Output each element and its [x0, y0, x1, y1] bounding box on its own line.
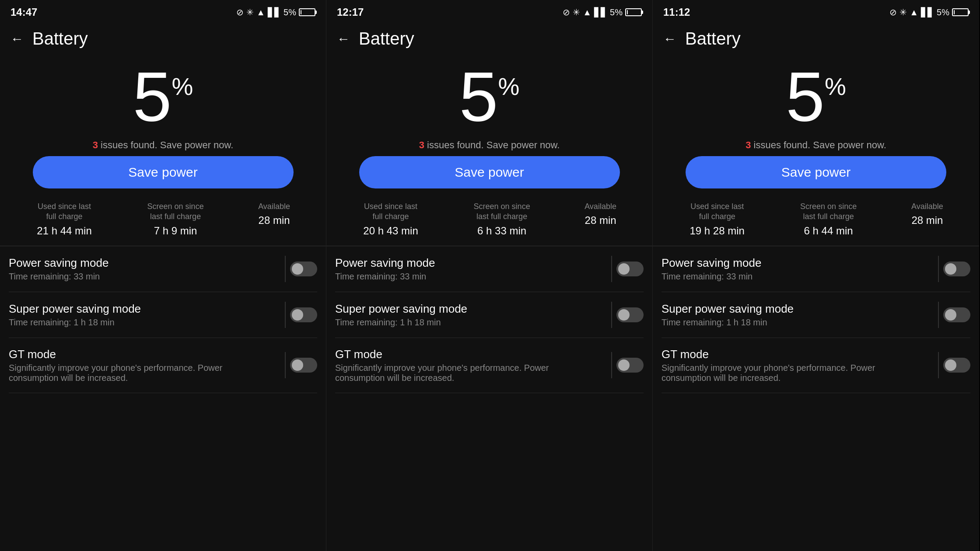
- battery-number-2: 5: [459, 62, 498, 132]
- stat-label-1-2: Screen on since last full charge: [147, 202, 204, 222]
- toggle-title-3-1: Power saving mode: [662, 256, 925, 270]
- toggle-row-2-3: GT mode Significantly improve your phone…: [335, 338, 644, 393]
- toggle-info-3-2: Super power saving mode Time remaining: …: [662, 302, 934, 328]
- status-bar-1: 14:47 ⊘ ✳ ▲ ▋▋ 5%: [0, 0, 326, 24]
- toggle-subtitle-3-3: Significantly improve your phone's perfo…: [662, 363, 925, 383]
- stat-value-2-2: 6 h 33 min: [477, 225, 526, 237]
- stat-item-3-3: Available 28 min: [911, 202, 943, 237]
- toggle-switch-1-3[interactable]: [290, 358, 317, 373]
- toggle-title-2-3: GT mode: [335, 348, 598, 361]
- toggle-info-2-1: Power saving mode Time remaining: 33 min: [335, 256, 607, 282]
- stat-label-1-3: Available: [258, 202, 290, 212]
- stats-row-1: Used since last full charge 21 h 44 min …: [0, 197, 326, 246]
- toggle-switch-2-3[interactable]: [616, 358, 644, 373]
- toggle-switch-3-1[interactable]: [943, 262, 970, 276]
- page-title-2: Battery: [359, 29, 414, 49]
- stat-item-1-3: Available 28 min: [258, 202, 290, 237]
- toggle-row-3-3: GT mode Significantly improve your phone…: [662, 338, 970, 393]
- battery-sign-2: %: [498, 75, 520, 99]
- stat-item-3-1: Used since last full charge 19 h 28 min: [689, 202, 746, 237]
- toggle-section-1: Power saving mode Time remaining: 33 min…: [0, 246, 326, 393]
- toggle-row-3-1: Power saving mode Time remaining: 33 min: [662, 246, 970, 292]
- stat-value-2-3: 28 min: [585, 214, 616, 227]
- toggle-subtitle-1-2: Time remaining: 1 h 18 min: [9, 317, 272, 328]
- toggle-info-1-3: GT mode Significantly improve your phone…: [9, 348, 280, 383]
- battery-percent-status: 5%: [284, 7, 296, 17]
- toggle-title-1-2: Super power saving mode: [9, 302, 272, 316]
- stats-row-2: Used since last full charge 20 h 43 min …: [326, 197, 652, 246]
- battery-percent-section-1: 5 %: [0, 53, 326, 136]
- battery-icon: [952, 8, 969, 16]
- header-1: ← Battery: [0, 24, 326, 53]
- signal-icon: ▋▋: [921, 7, 934, 17]
- toggle-switch-1-2[interactable]: [290, 307, 317, 322]
- notifications-icon: ⊘: [236, 7, 244, 17]
- status-bar-2: 12:17 ⊘ ✳ ▲ ▋▋ 5%: [326, 0, 652, 24]
- toggle-switch-1-1[interactable]: [290, 262, 317, 276]
- status-icons-1: ⊘ ✳ ▲ ▋▋ 5%: [236, 7, 315, 17]
- stat-value-1-1: 21 h 44 min: [37, 225, 91, 237]
- toggle-divider-1-1: [285, 256, 286, 282]
- stat-item-1-1: Used since last full charge 21 h 44 min: [36, 202, 93, 237]
- toggle-title-1-1: Power saving mode: [9, 256, 272, 270]
- toggle-title-2-1: Power saving mode: [335, 256, 598, 270]
- phone-panel-1: 14:47 ⊘ ✳ ▲ ▋▋ 5% ← Battery 5 % 3 issues…: [0, 0, 326, 551]
- stat-label-1-1: Used since last full charge: [36, 202, 93, 222]
- battery-display-2: 5 %: [459, 62, 520, 132]
- bluetooth-icon: ✳: [246, 7, 254, 17]
- toggle-row-1-3: GT mode Significantly improve your phone…: [9, 338, 317, 393]
- save-power-button-1[interactable]: Save power: [33, 156, 294, 188]
- stat-label-3-1: Used since last full charge: [689, 202, 746, 222]
- stat-value-1-2: 7 h 9 min: [154, 225, 197, 237]
- signal-icon: ▋▋: [594, 7, 607, 17]
- bluetooth-icon: ✳: [573, 7, 580, 17]
- toggle-subtitle-2-2: Time remaining: 1 h 18 min: [335, 317, 598, 328]
- phone-panel-3: 11:12 ⊘ ✳ ▲ ▋▋ 5% ← Battery 5 % 3 issues…: [653, 0, 979, 551]
- status-time-3: 11:12: [663, 6, 690, 18]
- issues-text-1: issues found. Save power now.: [101, 139, 233, 150]
- battery-sign-1: %: [172, 75, 193, 99]
- stat-item-2-3: Available 28 min: [584, 202, 616, 237]
- toggle-row-2-2: Super power saving mode Time remaining: …: [335, 292, 644, 338]
- stat-label-3-3: Available: [911, 202, 943, 212]
- toggle-info-2-3: GT mode Significantly improve your phone…: [335, 348, 607, 383]
- stat-item-2-1: Used since last full charge 20 h 43 min: [362, 202, 419, 237]
- toggle-row-1-1: Power saving mode Time remaining: 33 min: [9, 246, 317, 292]
- stat-label-3-2: Screen on since last full charge: [800, 202, 857, 222]
- issues-count-3: 3: [746, 139, 751, 150]
- toggle-divider-1-3: [285, 352, 286, 378]
- save-power-button-2[interactable]: Save power: [359, 156, 620, 188]
- toggle-switch-3-2[interactable]: [943, 307, 970, 322]
- toggle-divider-2-3: [611, 352, 612, 378]
- stat-value-1-3: 28 min: [259, 214, 290, 227]
- back-button-3[interactable]: ←: [663, 31, 676, 46]
- toggle-switch-3-3[interactable]: [943, 358, 970, 373]
- notifications-icon: ⊘: [889, 7, 897, 17]
- stat-item-1-2: Screen on since last full charge 7 h 9 m…: [147, 202, 204, 237]
- save-power-button-3[interactable]: Save power: [686, 156, 947, 188]
- header-3: ← Battery: [653, 24, 979, 53]
- notifications-icon: ⊘: [563, 7, 570, 17]
- toggle-divider-3-1: [938, 256, 939, 282]
- back-button-1[interactable]: ←: [10, 31, 24, 46]
- stat-item-2-2: Screen on since last full charge 6 h 33 …: [473, 202, 530, 237]
- toggle-switch-2-2[interactable]: [616, 307, 644, 322]
- issues-bar-3: 3 issues found. Save power now.: [653, 139, 979, 151]
- toggle-divider-1-2: [285, 302, 286, 328]
- battery-number-3: 5: [786, 62, 825, 132]
- stats-row-3: Used since last full charge 19 h 28 min …: [653, 197, 979, 246]
- issues-text-3: issues found. Save power now.: [754, 139, 886, 150]
- signal-icon: ▋▋: [268, 7, 281, 17]
- battery-display-3: 5 %: [786, 62, 846, 132]
- toggle-title-2-2: Super power saving mode: [335, 302, 598, 316]
- toggle-switch-2-1[interactable]: [616, 262, 644, 276]
- toggle-divider-2-2: [611, 302, 612, 328]
- status-bar-3: 11:12 ⊘ ✳ ▲ ▋▋ 5%: [653, 0, 979, 24]
- status-icons-2: ⊘ ✳ ▲ ▋▋ 5%: [563, 7, 642, 17]
- status-icons-3: ⊘ ✳ ▲ ▋▋ 5%: [889, 7, 969, 17]
- back-button-2[interactable]: ←: [337, 31, 350, 46]
- toggle-info-1-2: Super power saving mode Time remaining: …: [9, 302, 280, 328]
- toggle-info-1-1: Power saving mode Time remaining: 33 min: [9, 256, 280, 282]
- phone-panel-2: 12:17 ⊘ ✳ ▲ ▋▋ 5% ← Battery 5 % 3 issues…: [326, 0, 653, 551]
- battery-icon: [625, 8, 642, 16]
